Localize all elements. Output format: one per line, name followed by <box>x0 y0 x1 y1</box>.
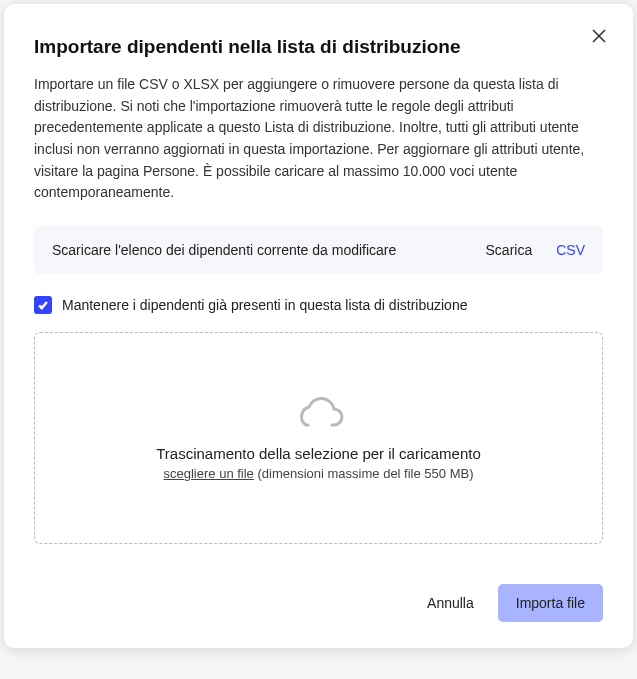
close-button[interactable] <box>587 24 611 48</box>
keep-existing-label: Mantenere i dipendenti già presenti in q… <box>62 297 467 313</box>
upload-dropzone[interactable]: Trascinamento della selezione per il car… <box>34 332 603 544</box>
download-action-label: Scarica <box>486 242 533 258</box>
close-icon <box>592 29 606 43</box>
dialog-title: Importare dipendenti nella lista di dist… <box>34 36 603 58</box>
dropzone-subtitle: scegliere un file (dimensioni massime de… <box>164 466 474 481</box>
keep-existing-checkbox[interactable] <box>34 296 52 314</box>
cloud-upload-icon <box>294 395 344 431</box>
checkmark-icon <box>37 299 49 311</box>
download-csv-link[interactable]: CSV <box>556 242 585 258</box>
dropzone-title: Trascinamento della selezione per il car… <box>156 445 481 462</box>
keep-existing-row: Mantenere i dipendenti già presenti in q… <box>34 296 603 314</box>
cancel-button[interactable]: Annulla <box>421 585 480 621</box>
choose-file-link[interactable]: scegliere un file <box>164 466 254 481</box>
download-bar: Scaricare l'elenco dei dipendenti corren… <box>34 226 603 274</box>
file-size-hint: (dimensioni massime del file 550 MB) <box>254 466 474 481</box>
download-label: Scaricare l'elenco dei dipendenti corren… <box>52 242 476 258</box>
import-file-button[interactable]: Importa file <box>498 584 603 622</box>
dialog-footer: Annulla Importa file <box>34 584 603 622</box>
dialog-description: Importare un file CSV o XLSX per aggiung… <box>34 74 603 204</box>
import-dialog: Importare dipendenti nella lista di dist… <box>4 4 633 648</box>
